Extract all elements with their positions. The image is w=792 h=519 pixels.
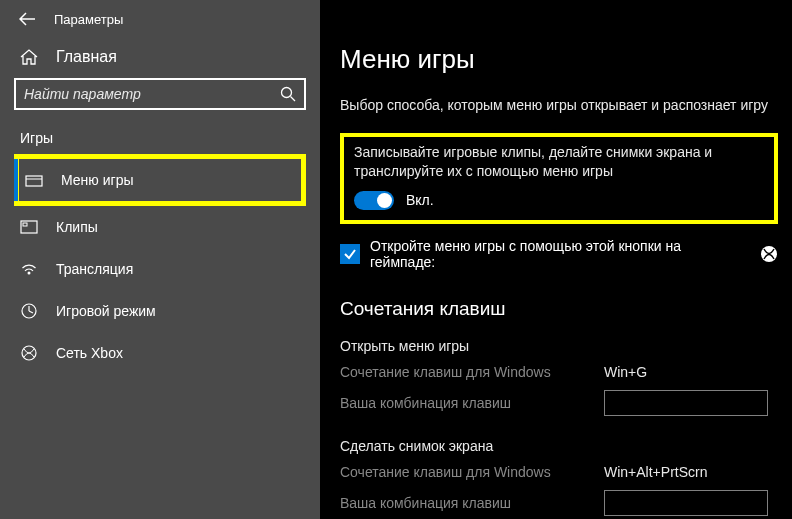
sidebar-item-label: Трансляция [56, 261, 133, 277]
sidebar-item-xbox-network[interactable]: Сеть Xbox [14, 332, 306, 374]
shortcut-user-input[interactable] [604, 490, 768, 516]
svg-rect-2 [26, 176, 42, 186]
shortcut-windows-label: Сочетание клавиш для Windows [340, 364, 604, 380]
sidebar-item-label: Клипы [56, 219, 98, 235]
toggle-label: Вкл. [406, 192, 434, 208]
sidebar-item-broadcast[interactable]: Трансляция [14, 248, 306, 290]
checkbox-row: Откройте меню игры с помощью этой кнопки… [340, 238, 778, 270]
toggle-row: Вкл. [354, 191, 764, 210]
shortcut-windows-value: Win+Alt+PrtScrn [604, 464, 707, 480]
page-title: Меню игры [340, 44, 778, 75]
svg-line-9 [29, 311, 33, 313]
xbox-network-icon [20, 344, 38, 362]
search-icon [280, 86, 296, 102]
checkbox-label: Откройте меню игры с помощью этой кнопки… [370, 238, 750, 270]
shortcut-windows-value: Win+G [604, 364, 647, 380]
broadcast-icon [20, 260, 38, 278]
svg-point-6 [28, 272, 31, 275]
sidebar-item-label: Сеть Xbox [56, 345, 123, 361]
sidebar-item-clips[interactable]: Клипы [14, 206, 306, 248]
gamepad-checkbox[interactable] [340, 244, 360, 264]
shortcut-row: Сочетание клавиш для Windows Win+G [340, 364, 778, 380]
sidebar-item-game-bar[interactable]: Меню игры [14, 154, 306, 206]
sidebar: Параметры Главная Игры Меню игры Клипы [0, 0, 320, 519]
shortcut-group-title: Открыть меню игры [340, 338, 778, 354]
search-box[interactable] [14, 78, 306, 110]
game-bar-toggle[interactable] [354, 191, 394, 210]
svg-rect-5 [23, 223, 27, 226]
shortcut-row: Ваша комбинация клавиш [340, 390, 778, 416]
sidebar-item-label: Главная [56, 48, 117, 66]
shortcut-group-screenshot: Сделать снимок экрана Сочетание клавиш д… [340, 438, 778, 516]
search-input[interactable] [24, 86, 280, 102]
shortcut-user-label: Ваша комбинация клавиш [340, 395, 604, 411]
shortcut-user-label: Ваша комбинация клавиш [340, 495, 604, 511]
section-label: Игры [14, 110, 306, 154]
shortcut-user-input[interactable] [604, 390, 768, 416]
svg-point-0 [282, 88, 292, 98]
game-mode-icon [20, 302, 38, 320]
shortcuts-heading: Сочетания клавиш [340, 298, 778, 320]
sidebar-item-label: Меню игры [61, 172, 134, 188]
game-bar-icon [25, 171, 43, 189]
highlight-text: Записывайте игровые клипы, делайте снимк… [354, 143, 764, 181]
sidebar-item-label: Игровой режим [56, 303, 156, 319]
sidebar-item-home[interactable]: Главная [14, 38, 306, 78]
main-content: Меню игры Выбор способа, которым меню иг… [320, 0, 792, 519]
sidebar-item-game-mode[interactable]: Игровой режим [14, 290, 306, 332]
clips-icon [20, 218, 38, 236]
shortcut-windows-label: Сочетание клавиш для Windows [340, 464, 604, 480]
back-arrow-icon[interactable] [18, 10, 36, 28]
home-icon [20, 48, 38, 66]
shortcut-group-title: Сделать снимок экрана [340, 438, 778, 454]
svg-line-1 [291, 97, 296, 102]
shortcut-row: Сочетание клавиш для Windows Win+Alt+Prt… [340, 464, 778, 480]
xbox-icon [760, 245, 778, 263]
shortcut-group-open-bar: Открыть меню игры Сочетание клавиш для W… [340, 338, 778, 416]
shortcut-row: Ваша комбинация клавиш [340, 490, 778, 516]
header: Параметры [0, 0, 320, 38]
highlight-box: Записывайте игровые клипы, делайте снимк… [340, 133, 778, 224]
page-subtitle: Выбор способа, которым меню игры открыва… [340, 97, 778, 113]
header-title: Параметры [54, 12, 123, 27]
